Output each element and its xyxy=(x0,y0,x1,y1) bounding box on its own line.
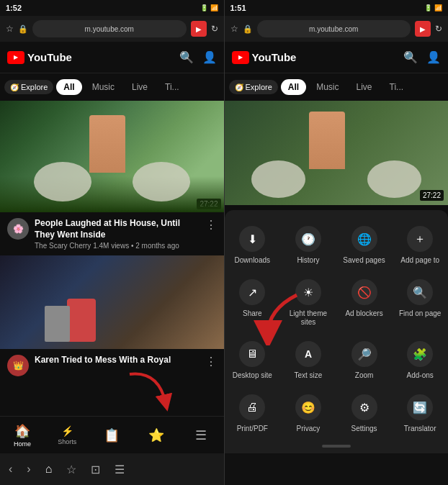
menu-item-settings[interactable]: ⚙ Settings xyxy=(336,387,393,440)
menu-item-print-pdf[interactable]: 🖨 Print/PDF xyxy=(225,387,281,440)
left-video-thumb-2[interactable]: 8:13 xyxy=(0,255,224,349)
menu-item-history[interactable]: 🕐 History xyxy=(280,219,336,272)
add-page-label: Add page to xyxy=(400,256,439,265)
history-label: History xyxy=(297,256,319,265)
privacy-icon: 😊 xyxy=(295,394,321,420)
translator-label: Translator xyxy=(404,425,436,433)
left-star-icon[interactable]: ☆ xyxy=(6,24,14,34)
menu-item-downloads[interactable]: ⬇ Downloads xyxy=(225,219,281,272)
right-reload-icon[interactable]: ↻ xyxy=(435,24,442,34)
right-yt-tab-label: ▶ xyxy=(420,25,426,33)
left-lock-icon: 🔒 xyxy=(18,24,28,34)
left-tab-more[interactable]: Ti... xyxy=(158,79,187,95)
left-search-icon[interactable]: 🔍 xyxy=(179,50,194,64)
left-reload-icon[interactable]: ↻ xyxy=(211,24,218,34)
left-yt-tab-label: ▶ xyxy=(196,25,202,33)
find-on-page-icon: 🔍 xyxy=(407,279,433,305)
left-views-1: 1.4M views • 2 months ago xyxy=(93,242,179,250)
left-home-browser-icon[interactable]: ⌂ xyxy=(45,463,53,476)
saved-pages-label: Saved pages xyxy=(343,256,385,265)
menu-item-find-on-page[interactable]: 🔍 Find on page xyxy=(392,272,448,334)
right-yt-logo: YouTube xyxy=(232,51,297,64)
left-video-thumb-1[interactable]: 27:22 xyxy=(0,101,224,212)
right-search-icon[interactable]: 🔍 xyxy=(403,50,418,64)
left-video-more-2[interactable]: ⋮ xyxy=(205,355,217,368)
right-tab-explore-label: Explore xyxy=(246,83,272,91)
left-tabs-icon[interactable]: ⊡ xyxy=(91,463,100,476)
left-tab-live[interactable]: Live xyxy=(125,79,155,95)
history-icon: 🕐 xyxy=(295,226,321,252)
right-person-figure xyxy=(309,112,345,169)
left-url-bar[interactable]: m.youtube.com xyxy=(32,20,187,37)
left-menu-browser-icon[interactable]: ☰ xyxy=(115,463,125,476)
left-nav-subscriptions[interactable]: 📋 xyxy=(89,427,134,443)
right-tab-more[interactable]: Ti... xyxy=(382,79,411,95)
left-time: 1:52 xyxy=(6,4,22,12)
left-tab-explore[interactable]: 🧭 Explore xyxy=(4,80,53,94)
left-status-icons: 🔋 📶 xyxy=(200,4,218,12)
right-yt-tab-icon[interactable]: ▶ xyxy=(415,21,431,37)
right-video-thumb[interactable]: 27:22 xyxy=(225,101,449,205)
left-nav-menu[interactable]: ☰ xyxy=(179,427,223,443)
right-signal-icon: 📶 xyxy=(434,4,442,12)
left-video-title-2: Karen Tried to Mess With a Royal xyxy=(35,355,200,366)
print-pdf-label: Print/PDF xyxy=(237,425,268,433)
menu-item-translator[interactable]: 🔄 Translator xyxy=(392,387,448,440)
left-nav-shorts[interactable]: ⚡ Shorts xyxy=(45,425,89,445)
desktop-site-label: Desktop site xyxy=(233,371,272,380)
left-back-icon[interactable]: ‹ xyxy=(9,463,12,476)
share-label: Share xyxy=(243,309,262,318)
home-icon: 🏠 xyxy=(14,423,30,439)
right-url-bar[interactable]: m.youtube.com xyxy=(257,20,411,37)
left-bookmark-icon[interactable]: ☆ xyxy=(66,463,76,476)
left-yt-logo-icon xyxy=(7,51,24,64)
left-nav-home[interactable]: 🏠 Home xyxy=(0,423,45,448)
menu-item-saved-pages[interactable]: 🌐 Saved pages xyxy=(336,219,393,272)
menu-item-add-page[interactable]: ＋ Add page to xyxy=(392,219,448,272)
ad-blockers-icon: 🚫 xyxy=(351,279,377,305)
left-compass-icon: 🧭 xyxy=(10,83,19,91)
right-lock-icon: 🔒 xyxy=(243,24,253,34)
guard-figure xyxy=(67,299,96,342)
menu-item-add-ons[interactable]: 🧩 Add-ons xyxy=(392,334,448,387)
left-forward-icon[interactable]: › xyxy=(27,463,30,476)
right-star-icon[interactable]: ☆ xyxy=(230,24,238,34)
right-status-icons: 🔋 📶 xyxy=(424,4,442,12)
right-category-tabs: 🧭 Explore All Music Live Ti... xyxy=(225,73,449,101)
left-nav-library[interactable]: ⭐ xyxy=(134,427,179,443)
menu-item-privacy[interactable]: 😊 Privacy xyxy=(280,387,336,440)
right-tab-music[interactable]: Music xyxy=(309,79,346,95)
left-tab-music[interactable]: Music xyxy=(85,79,122,95)
left-browser-bar: ☆ 🔒 m.youtube.com ▶ ↻ xyxy=(0,16,224,42)
left-tab-all[interactable]: All xyxy=(56,79,81,95)
right-profile-icon[interactable]: 👤 xyxy=(426,50,441,64)
menu-item-desktop-site[interactable]: 🖥 Desktop site xyxy=(225,334,281,387)
right-yt-logo-text: YouTube xyxy=(252,51,297,63)
right-status-bar: 1:51 🔋 📶 xyxy=(225,0,449,16)
menu-item-text-size[interactable]: A Text size xyxy=(280,334,336,387)
menu-item-ad-blockers[interactable]: 🚫 Ad blockers xyxy=(336,272,393,334)
left-category-tabs: 🧭 Explore All Music Live Ti... xyxy=(0,73,224,101)
menu-item-share[interactable]: ↗ Share xyxy=(225,272,281,334)
shorts-icon: ⚡ xyxy=(61,425,73,437)
light-theme-label: Light theme sites xyxy=(283,309,333,327)
left-video-content: 27:22 🌸 People Laughed at His House, Unt… xyxy=(0,101,224,416)
left-bottom-nav: 🏠 Home ⚡ Shorts 📋 ⭐ ☰ xyxy=(0,416,224,453)
translator-icon: 🔄 xyxy=(407,394,433,420)
ad-blockers-label: Ad blockers xyxy=(345,309,382,318)
left-yt-tab-icon[interactable]: ▶ xyxy=(191,21,207,37)
left-profile-icon[interactable]: 👤 xyxy=(202,50,217,64)
left-video-more-1[interactable]: ⋮ xyxy=(205,218,217,232)
menu-item-light-theme[interactable]: ☀ Light theme sites xyxy=(280,272,336,334)
object-left xyxy=(34,162,91,201)
zoom-icon: 🔎 xyxy=(351,341,377,367)
right-tab-live[interactable]: Live xyxy=(349,79,379,95)
right-tab-explore[interactable]: 🧭 Explore xyxy=(229,80,278,94)
right-tab-all[interactable]: All xyxy=(281,79,306,95)
right-url-text: m.youtube.com xyxy=(309,25,358,33)
privacy-label: Privacy xyxy=(297,425,321,433)
left-video-text-1: People Laughed at His House, Until They … xyxy=(35,218,200,250)
menu-item-zoom[interactable]: 🔎 Zoom xyxy=(336,334,393,387)
print-pdf-icon: 🖨 xyxy=(239,394,265,420)
right-browser-bar: ☆ 🔒 m.youtube.com ▶ ↻ xyxy=(225,16,449,42)
